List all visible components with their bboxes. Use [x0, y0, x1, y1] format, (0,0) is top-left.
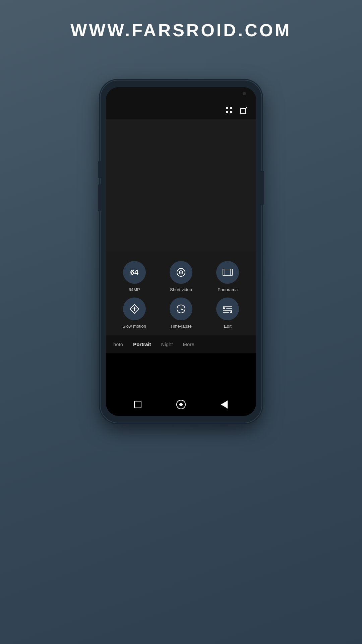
edit-icon: ↗ [240, 106, 248, 114]
phone-screen: ↗ 64 64MP [106, 87, 256, 416]
menu-item-panorama[interactable]: Panorama [206, 261, 249, 292]
recent-apps-button[interactable] [131, 398, 144, 411]
timelapse-label: Time-lapse [170, 324, 192, 329]
panorama-icon-circle [216, 261, 239, 284]
grid-dot [226, 107, 228, 109]
edit-label: Edit [224, 324, 231, 329]
svg-rect-4 [225, 269, 230, 276]
back-icon [221, 400, 228, 409]
short-video-icon [176, 267, 186, 277]
edit-lines-icon [223, 306, 232, 312]
back-button[interactable] [218, 398, 231, 411]
menu-item-time-lapse[interactable]: Time-lapse [159, 298, 202, 329]
edit-arrow-icon: ↗ [244, 106, 248, 111]
panorama-icon [222, 268, 233, 277]
edit-line-4 [223, 312, 229, 313]
slow-motion-label: Slow motion [122, 324, 146, 329]
front-camera [243, 92, 246, 95]
watermark: WWW.FARSROID.COM [70, 20, 291, 40]
svg-point-10 [180, 309, 181, 310]
more-menu: 64 64MP Short video [106, 252, 256, 335]
power-button[interactable] [261, 171, 264, 205]
mode-night[interactable]: Night [157, 340, 177, 348]
mode-portrait[interactable]: Portrait [129, 340, 155, 348]
grid-dot [230, 107, 232, 109]
notch-bar [106, 87, 256, 101]
bottom-black [106, 353, 256, 393]
grid-icon-button[interactable] [226, 107, 233, 113]
notch [164, 87, 198, 95]
recent-apps-icon [134, 401, 141, 408]
edit-line-3 [223, 310, 232, 311]
timelapse-icon-circle [170, 298, 192, 320]
nav-bar [106, 393, 256, 416]
menu-grid: 64 64MP Short video [113, 261, 249, 329]
64mp-icon: 64 [130, 268, 138, 277]
grid-dot [226, 111, 228, 113]
64mp-icon-circle: 64 [123, 261, 146, 284]
menu-item-short-video[interactable]: Short video [159, 261, 202, 292]
panorama-label: Panorama [218, 287, 238, 292]
home-icon [176, 400, 186, 409]
menu-item-edit[interactable]: Edit [206, 298, 249, 329]
mode-photo[interactable]: hoto [109, 340, 127, 348]
volume-up-button[interactable] [98, 161, 101, 178]
mode-bar: hoto Portrait Night More [106, 335, 256, 353]
short-video-label: Short video [170, 287, 192, 292]
menu-item-64mp[interactable]: 64 64MP [113, 261, 156, 292]
slow-motion-icon [129, 304, 139, 314]
timelapse-icon [176, 304, 186, 314]
edit-dot-1 [223, 307, 225, 309]
edit-line-2 [226, 308, 232, 309]
edit-lines-circle [216, 298, 239, 320]
grid-icon [226, 107, 233, 113]
edit-icon-button[interactable]: ↗ [240, 106, 248, 114]
svg-point-2 [180, 272, 181, 273]
svg-rect-3 [223, 269, 232, 276]
mode-more[interactable]: More [179, 340, 198, 348]
camera-viewfinder [106, 119, 256, 252]
menu-item-slow-motion[interactable]: Slow motion [113, 298, 156, 329]
edit-line-1 [223, 306, 232, 307]
top-icons-bar: ↗ [106, 101, 256, 119]
home-button[interactable] [174, 398, 188, 411]
volume-down-button[interactable] [98, 184, 101, 211]
grid-dot [230, 111, 232, 113]
phone-wrapper: ↗ 64 64MP [101, 80, 261, 423]
64mp-label: 64MP [129, 287, 140, 292]
edit-dot-2 [230, 311, 232, 313]
short-video-icon-circle [170, 261, 192, 284]
slow-motion-icon-circle [123, 298, 146, 320]
